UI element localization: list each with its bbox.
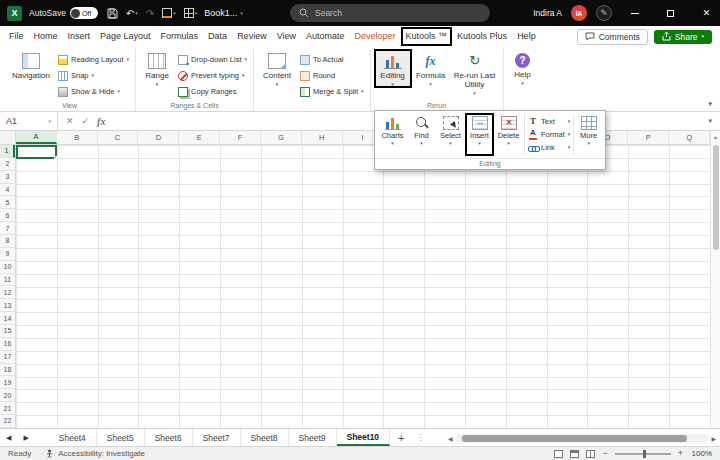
ribbon-tab[interactable]: Developer [350, 27, 401, 46]
zoom-level[interactable]: 100% [690, 449, 712, 458]
row-header[interactable]: 3 [0, 171, 15, 184]
ribbon-command[interactable]: Prevent typing ▾ [176, 68, 249, 83]
row-header[interactable]: 11 [0, 274, 15, 287]
navigation-button[interactable]: Navigation [8, 50, 54, 80]
row-header[interactable]: 14 [0, 312, 15, 325]
sheet-tab[interactable]: Sheet10 [337, 429, 391, 446]
ribbon-tab[interactable]: Insert [63, 27, 96, 46]
undo-button[interactable]: ↶▾ [126, 8, 138, 19]
spreadsheet-grid[interactable] [16, 145, 710, 428]
redo-button[interactable]: ↷ [146, 8, 154, 19]
range-button[interactable]: Range ▾ [140, 50, 174, 87]
ribbon-tab[interactable]: File [4, 27, 29, 46]
editing-mode-badge[interactable]: ✎ [596, 5, 612, 21]
column-header[interactable]: P [628, 131, 669, 144]
row-header[interactable]: 19 [0, 376, 15, 389]
column-header[interactable]: C [98, 131, 139, 144]
scroll-left-icon[interactable]: ◀ [448, 435, 453, 442]
autosave-toggle[interactable]: Off [70, 7, 98, 19]
ribbon-tab[interactable]: Automate [301, 27, 350, 46]
page-break-view-icon[interactable] [586, 450, 595, 458]
accessibility-status[interactable]: Accessibility: Investigate [45, 449, 145, 458]
sheet-options-icon[interactable]: ⋮ [413, 433, 429, 442]
ribbon-tab[interactable]: Data [203, 27, 232, 46]
row-header[interactable]: 13 [0, 299, 15, 312]
save-button[interactable] [107, 8, 118, 19]
row-header[interactable]: 17 [0, 351, 15, 364]
editing-menu-item[interactable]: Find ▾ [408, 114, 435, 155]
formula-button[interactable]: fx Formula ▾ [413, 50, 449, 87]
page-layout-view-icon[interactable] [570, 450, 579, 458]
editing-button[interactable]: Editing ▾ [375, 50, 411, 87]
more-menu-item[interactable]: More ▾ [576, 114, 601, 155]
document-title-menu[interactable]: Book1... ▾ [204, 8, 243, 18]
cancel-entry-icon[interactable]: ✕ [66, 116, 74, 126]
borders-button[interactable]: ▾ [184, 8, 198, 18]
ribbon-command[interactable]: Merge & Split ▾ [298, 84, 366, 99]
sheet-tab[interactable]: Sheet5 [97, 429, 145, 446]
rerun-last-utility-button[interactable]: ↻ Re-run Last Utility ▾ [451, 50, 499, 96]
ribbon-tab[interactable]: Kutools ™ [401, 27, 453, 46]
share-button[interactable]: Share ▾ [654, 30, 712, 44]
editing-menu-item[interactable]: Select ▾ [437, 114, 464, 155]
row-header[interactable]: 1 [0, 145, 15, 158]
column-header[interactable]: F [220, 131, 261, 144]
horizontal-scroll-thumb[interactable] [462, 435, 687, 442]
content-button[interactable]: Content ▾ [258, 50, 296, 87]
column-header[interactable]: H [302, 131, 343, 144]
ribbon-command[interactable]: To Actual ▾ [298, 52, 366, 67]
minimize-button[interactable] [621, 0, 648, 26]
fill-handle[interactable] [54, 156, 57, 159]
zoom-out-icon[interactable]: − [602, 449, 607, 458]
column-header[interactable]: D [138, 131, 179, 144]
ribbon-command[interactable]: Copy Ranges ▾ [176, 84, 249, 99]
expand-formula-bar-icon[interactable]: ▾ [708, 117, 720, 125]
row-header[interactable]: 16 [0, 338, 15, 351]
sheet-nav-left-icon[interactable]: ◀ [0, 434, 17, 442]
column-header[interactable]: Q [669, 131, 710, 144]
row-header[interactable]: 2 [0, 158, 15, 171]
sheet-tab[interactable]: Sheet7 [193, 429, 241, 446]
ribbon-tab[interactable]: Formulas [156, 27, 204, 46]
scroll-right-icon[interactable]: ▶ [711, 435, 716, 442]
ribbon-command[interactable]: Snap ▾ [56, 68, 131, 83]
comments-button[interactable]: Comments [577, 29, 648, 45]
sheet-tab[interactable]: Sheet8 [241, 429, 289, 446]
ribbon-tab[interactable]: Review [232, 27, 272, 46]
ribbon-command[interactable]: Reading Layout ▾ [56, 52, 131, 67]
insert-function-icon[interactable]: fx [97, 116, 105, 127]
zoom-slider[interactable] [615, 453, 671, 455]
row-header[interactable]: 20 [0, 389, 15, 402]
ribbon-tab[interactable]: Page Layout [95, 27, 156, 46]
zoom-in-icon[interactable]: + [678, 449, 683, 458]
vertical-scroll-thumb[interactable] [713, 145, 719, 250]
sheet-tab[interactable]: Sheet6 [145, 429, 193, 446]
avatar[interactable]: IA [571, 5, 587, 21]
selected-cell-a1[interactable] [16, 145, 57, 159]
sheet-tab[interactable]: Sheet9 [289, 429, 337, 446]
column-header[interactable]: A [16, 131, 57, 144]
row-header[interactable]: 12 [0, 286, 15, 299]
autosave-control[interactable]: AutoSave Off [29, 7, 98, 19]
editing-menu-item[interactable]: Format ▾ [528, 128, 570, 141]
horizontal-scrollbar[interactable]: ◀ ▶ [448, 433, 716, 443]
row-header[interactable]: 15 [0, 325, 15, 338]
column-header[interactable]: E [179, 131, 220, 144]
normal-view-icon[interactable] [554, 450, 563, 458]
ribbon-command[interactable]: Show & Hide ▾ [56, 84, 131, 99]
maximize-button[interactable] [657, 0, 684, 26]
editing-menu-item[interactable]: Link ▾ [528, 141, 570, 154]
collapse-ribbon-button[interactable]: ▾ [708, 100, 712, 108]
sheet-nav-right-icon[interactable]: ▶ [17, 434, 34, 442]
horizontal-scroll-track[interactable] [456, 434, 709, 443]
row-header[interactable]: 8 [0, 235, 15, 248]
ribbon-tab[interactable]: Home [29, 27, 63, 46]
column-header[interactable]: B [57, 131, 98, 144]
row-header[interactable]: 6 [0, 209, 15, 222]
search-input[interactable]: Search [290, 4, 490, 22]
ribbon-tab[interactable]: Kutools Plus [452, 27, 512, 46]
ribbon-tab[interactable]: View [272, 27, 301, 46]
row-header[interactable]: 9 [0, 248, 15, 261]
row-header[interactable]: 5 [0, 196, 15, 209]
row-header[interactable]: 21 [0, 402, 15, 415]
